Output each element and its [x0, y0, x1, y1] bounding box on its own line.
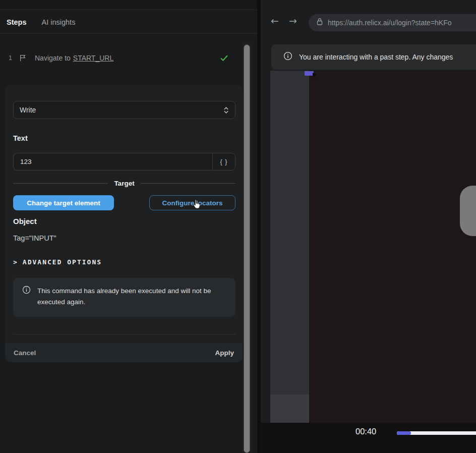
past-step-banner: You are interacting with a past step. An…	[271, 44, 476, 70]
object-tag-value: Tag="INPUT"	[13, 234, 56, 242]
replay-content-region	[309, 71, 476, 423]
breakpoint-flag-icon[interactable]	[20, 54, 26, 62]
player-timestamp: 00:40	[355, 427, 376, 436]
side-drawer-handle[interactable]	[460, 186, 476, 236]
click-marker	[305, 71, 314, 76]
step-success-check-icon	[220, 54, 228, 64]
tab-steps[interactable]: Steps	[7, 18, 27, 26]
cancel-button[interactable]: Cancel	[14, 349, 36, 357]
command-editor-card: Write Text { } Target Change target elem…	[5, 85, 243, 362]
panel-tabs: Steps AI insights	[0, 11, 257, 34]
browser-replay-panel: ← → https://auth.relicx.ai/u/login?state…	[261, 0, 476, 453]
titlebar-strip	[0, 0, 257, 10]
change-target-element-button[interactable]: Change target element	[13, 195, 114, 210]
insert-variable-button[interactable]: { }	[212, 153, 235, 171]
text-field-label: Text	[13, 134, 28, 142]
divider-line	[141, 183, 235, 184]
replay-sidebar-region	[270, 71, 309, 423]
url-text: https://auth.relicx.ai/u/login?state=hKF…	[328, 19, 452, 27]
past-step-banner-message: You are interacting with a past step. An…	[299, 53, 453, 61]
footer-divider	[13, 334, 235, 334]
app-window: Steps AI insights 1 Navigate to START_UR…	[0, 0, 476, 453]
tab-ai-insights[interactable]: AI insights	[42, 18, 76, 26]
lock-icon	[316, 18, 323, 28]
back-arrow-icon[interactable]: ←	[271, 15, 279, 26]
apply-button[interactable]: Apply	[215, 349, 234, 357]
command-type-value: Write	[20, 106, 36, 114]
info-icon	[22, 286, 31, 317]
player-controls: 00:40	[261, 423, 476, 453]
forward-arrow-icon[interactable]: →	[289, 15, 297, 26]
executed-info-box: This command has already been executed a…	[13, 278, 235, 317]
chevron-right-icon: >	[13, 258, 18, 266]
url-bar[interactable]: https://auth.relicx.ai/u/login?state=hKF…	[309, 14, 476, 31]
replay-sidebar-footer-region	[270, 394, 309, 423]
configure-locators-label: Configure locators	[162, 199, 222, 207]
advanced-options-toggle[interactable]: > ADVANCED OPTIONS	[13, 258, 102, 266]
step-row-1[interactable]: 1 Navigate to START_URL	[0, 51, 241, 65]
step-action-label: Navigate to	[35, 54, 71, 62]
chevron-up-down-icon	[223, 106, 229, 114]
target-section-divider: Target	[13, 180, 235, 187]
advanced-options-label: ADVANCED OPTIONS	[23, 258, 102, 266]
replay-frame	[261, 71, 476, 423]
executed-info-message: This command has already been executed a…	[37, 286, 219, 317]
browser-nav: ← →	[271, 15, 297, 26]
panel-divider	[257, 0, 261, 453]
scrollbar-thumb[interactable]	[244, 44, 250, 453]
editor-footer: Cancel Apply	[5, 343, 243, 362]
command-type-select[interactable]: Write	[13, 101, 235, 119]
steps-panel: Steps AI insights 1 Navigate to START_UR…	[0, 0, 257, 453]
text-input-row: { }	[13, 153, 235, 171]
object-label: Object	[13, 217, 37, 225]
player-progress-fill	[397, 431, 411, 435]
start-url-link[interactable]: START_URL	[73, 54, 113, 62]
configure-locators-button[interactable]: Configure locators	[149, 195, 235, 210]
text-input[interactable]	[13, 153, 212, 171]
player-progress-bar[interactable]	[397, 431, 476, 435]
target-buttons-row: Change target element Configure locators	[13, 195, 235, 210]
target-label: Target	[114, 180, 134, 187]
info-icon	[283, 51, 292, 63]
divider-line	[13, 183, 108, 184]
step-number: 1	[9, 54, 16, 62]
